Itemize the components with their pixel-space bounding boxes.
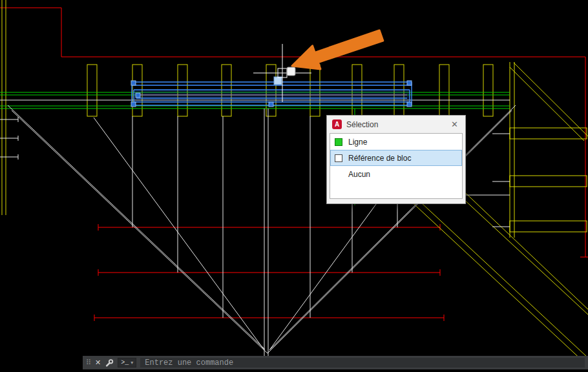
red-boundary-lines <box>0 8 588 321</box>
grip-dots-icon[interactable]: ⠿ <box>86 359 91 366</box>
list-item-label: Aucun <box>348 170 370 179</box>
list-item-ligne[interactable]: Ligne <box>330 134 462 150</box>
list-item-label: Ligne <box>348 138 367 147</box>
list-item-label: Référence de bloc <box>348 154 411 163</box>
wrench-icon[interactable] <box>105 358 114 367</box>
dialog-titlebar: A Sélection ✕ <box>327 116 465 133</box>
command-prompt-box[interactable]: >_ ▾ <box>118 358 136 367</box>
selection-dialog: A Sélection ✕ Ligne Référence de bloc Au… <box>326 115 466 204</box>
list-item-aucun[interactable]: Aucun <box>330 166 462 182</box>
command-input[interactable]: Entrez une commande <box>140 358 585 367</box>
command-close-icon[interactable]: ✕ <box>95 359 101 366</box>
dialog-title: Sélection <box>346 120 378 129</box>
yellow-posts-and-rails <box>2 0 588 362</box>
autocad-viewport: A Sélection ✕ Ligne Référence de bloc Au… <box>0 0 588 372</box>
white-swatch-icon <box>335 154 342 162</box>
list-item-reference-de-bloc[interactable]: Référence de bloc <box>330 150 462 166</box>
green-swatch-icon <box>335 138 342 146</box>
command-prompt-icon: >_ <box>121 360 129 366</box>
close-icon[interactable]: ✕ <box>449 119 460 130</box>
drawing-canvas[interactable] <box>0 0 588 372</box>
dropdown-arrow-icon: ▾ <box>131 360 133 366</box>
command-placeholder: Entrez une commande <box>145 358 233 367</box>
annotation-arrow-icon <box>292 30 383 69</box>
cursor-selection-badge-icon <box>287 67 295 76</box>
command-bar: ⠿ ✕ >_ ▾ Entrez une commande <box>83 356 588 369</box>
hot-grip[interactable] <box>274 77 282 85</box>
selection-list: Ligne Référence de bloc Aucun <box>330 133 463 199</box>
autocad-badge-icon: A <box>332 119 342 129</box>
